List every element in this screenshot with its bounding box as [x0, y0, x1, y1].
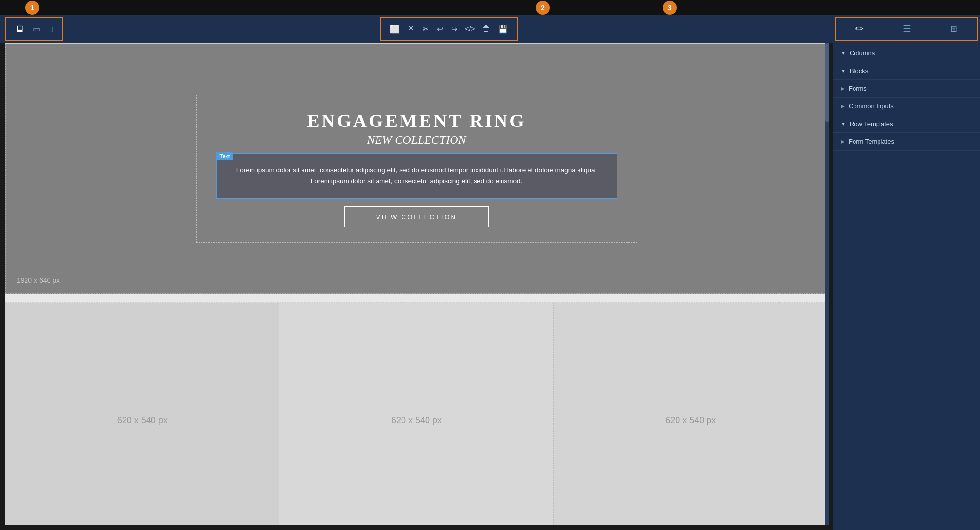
hero-dimension-label: 1920 x 640 px — [17, 277, 60, 284]
badge-2: 2 — [536, 1, 550, 15]
tree-item-form-templates[interactable]: ▶ Form Templates — [833, 133, 980, 151]
undo-icon[interactable]: ↩ — [437, 25, 443, 34]
device-toolbar: 🖥 ▭ ▯ — [5, 17, 63, 41]
cut-icon[interactable]: ✂ — [423, 25, 429, 34]
text-block[interactable]: Lorem ipsum dolor sit amet, consectetur … — [216, 153, 617, 199]
col-item-2: 620 x 540 px — [279, 303, 553, 525]
body-text-line2: Lorem ipsum dolor sit amet, consectetur … — [311, 177, 522, 185]
delete-icon[interactable]: 🗑 — [482, 25, 490, 33]
tree-item-forms[interactable]: ▶ Forms — [833, 80, 980, 98]
hero-inner: ENGAGEMENT RING NEW COLLECTION Text Lore… — [196, 95, 637, 243]
text-block-container: Text Lorem ipsum dolor sit amet, consect… — [216, 153, 617, 199]
center-toolbar: ⬜ 👁 ✂ ↩ ↪ </> 🗑 💾 — [380, 17, 518, 41]
three-col-section: 620 x 540 px 620 x 540 px 620 x 540 px — [5, 303, 828, 525]
col-item-1: 620 x 540 px — [5, 303, 279, 525]
preview-icon[interactable]: 👁 — [407, 25, 415, 33]
menu-icon[interactable]: ☰ — [903, 23, 911, 35]
tree-item-row-templates[interactable]: ▼ Row Templates — [833, 115, 980, 133]
tree-item-blocks[interactable]: ▼ Blocks — [833, 62, 980, 80]
scrollbar-thumb[interactable] — [825, 43, 829, 122]
tablet-icon[interactable]: ▭ — [33, 25, 40, 34]
grid-icon[interactable]: ⊞ — [950, 24, 957, 34]
mobile-icon[interactable]: ▯ — [50, 25, 53, 33]
code-icon[interactable]: </> — [465, 25, 475, 33]
view-collection-button[interactable]: VIEW COLLECTION — [344, 206, 489, 227]
sidebar-tree: ▼ Columns ▼ Blocks ▶ Forms ▶ Common Inpu… — [833, 41, 980, 154]
badge-1: 1 — [25, 1, 39, 15]
col-item-3: 620 x 540 px — [554, 303, 828, 525]
save-icon[interactable]: 💾 — [498, 25, 508, 34]
text-label: Text — [216, 152, 234, 160]
pencil-icon[interactable]: ✏ — [855, 23, 864, 35]
sidebar-icon-toolbar: ✏ ☰ ⊞ — [835, 17, 978, 41]
desktop-icon[interactable]: 🖥 — [15, 24, 24, 34]
tree-item-common-inputs[interactable]: ▶ Common Inputs — [833, 98, 980, 115]
body-text-line1: Lorem ipsum dolor sit amet, consectetur … — [236, 166, 597, 174]
scrollbar-track[interactable] — [825, 43, 829, 525]
canvas-area: ENGAGEMENT RING NEW COLLECTION Text Lore… — [5, 43, 828, 525]
hero-title: ENGAGEMENT RING — [216, 110, 617, 131]
redo-icon[interactable]: ↪ — [451, 25, 457, 34]
section-separator — [5, 294, 828, 303]
badge-3: 3 — [663, 1, 677, 15]
select-icon[interactable]: ⬜ — [390, 25, 400, 34]
hero-subtitle: NEW COLLECTION — [216, 133, 617, 147]
right-sidebar: ✏ ☰ ⊞ ▼ Columns ▼ Blocks ▶ Forms ▶ Commo… — [833, 15, 980, 530]
tree-item-columns[interactable]: ▼ Columns — [833, 45, 980, 62]
hero-section: ENGAGEMENT RING NEW COLLECTION Text Lore… — [5, 44, 828, 294]
